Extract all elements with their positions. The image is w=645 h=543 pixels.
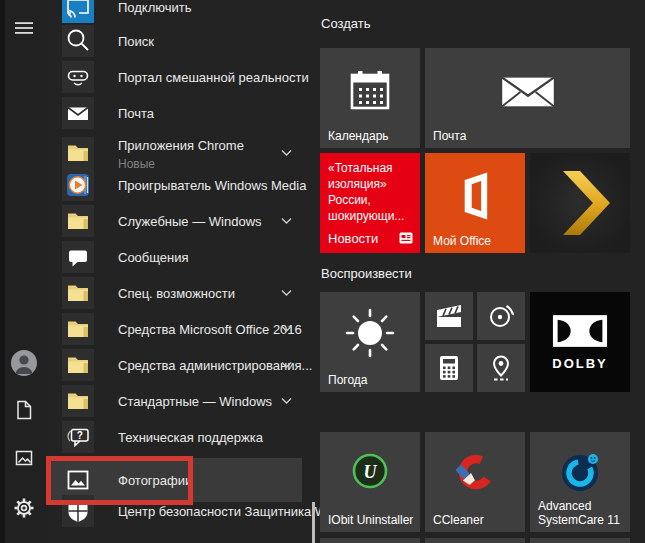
- windows-media-player-icon: [62, 169, 94, 201]
- tile-movies-tv[interactable]: [425, 292, 473, 340]
- app-item-tech-support[interactable]: ? Техническая поддержка: [48, 419, 302, 455]
- tiles-scrollbar[interactable]: [312, 502, 315, 543]
- menu-button[interactable]: [8, 14, 40, 46]
- tile-ccleaner[interactable]: CCleaner: [425, 432, 525, 532]
- avatar-icon: [10, 349, 38, 381]
- plex-chevron-icon: [530, 153, 630, 253]
- tile-partial[interactable]: [530, 538, 630, 543]
- app-label: Приложения Chrome: [118, 138, 244, 153]
- folder-icon: [62, 349, 94, 381]
- tile-label: Мой Office: [433, 234, 491, 248]
- app-item-connect[interactable]: Подключить: [48, 0, 302, 25]
- folder-icon: [62, 277, 94, 309]
- chevron-down-icon[interactable]: [281, 218, 292, 225]
- app-item-ease-of-access[interactable]: Спец. возможности: [48, 275, 302, 311]
- support-bubble-icon: ?: [62, 421, 94, 453]
- tile-maps[interactable]: [477, 344, 525, 392]
- app-label: Сообщения: [118, 250, 189, 265]
- pictures-button[interactable]: [8, 444, 40, 476]
- app-label: Почта: [118, 106, 154, 121]
- hamburger-icon: [14, 18, 34, 42]
- app-label: Центр безопасности Защитника W...: [118, 504, 337, 519]
- clapperboard-icon: [425, 292, 473, 340]
- tile-mail[interactable]: Почта: [425, 48, 630, 148]
- tile-label: Погода: [328, 373, 368, 387]
- app-item-wmp[interactable]: Проигрыватель Windows Media: [48, 167, 302, 203]
- settings-button[interactable]: [8, 494, 40, 526]
- tile-label: Новости: [328, 231, 378, 246]
- dolby-wordmark: DOLBY: [552, 356, 608, 371]
- folder-icon: [62, 205, 94, 237]
- tile-weather[interactable]: Погода: [320, 292, 420, 392]
- app-item-mixed-reality[interactable]: Портал смешанной реальности: [48, 59, 302, 95]
- tile-music-disc[interactable]: [477, 292, 525, 340]
- app-label: Стандартные — Windows: [118, 394, 272, 409]
- app-label: Техническая поддержка: [118, 430, 263, 445]
- tile-dolby[interactable]: DOLBY: [530, 292, 630, 392]
- folder-icon: [62, 137, 94, 169]
- chevron-down-icon[interactable]: [281, 398, 292, 405]
- tile-advanced-systemcare[interactable]: Advanced SystemCare 11: [530, 432, 630, 532]
- tile-partial[interactable]: [320, 538, 420, 543]
- app-label: Спец. возможности: [118, 286, 235, 301]
- gear-icon: [13, 497, 35, 523]
- section-header-play: Воспроизвести: [321, 266, 412, 281]
- svg-text:?: ?: [77, 430, 83, 441]
- annotation-red-box: [46, 456, 193, 505]
- mail-icon: [62, 97, 94, 129]
- app-label: Портал смешанной реальности: [118, 70, 309, 85]
- search-icon: [62, 25, 94, 57]
- app-item-search[interactable]: Поиск: [48, 23, 302, 59]
- tile-iobit-uninstaller[interactable]: U IObit Uninstaller: [320, 432, 420, 532]
- folder-icon: [62, 313, 94, 345]
- chevron-down-icon[interactable]: [281, 290, 292, 297]
- chevron-down-icon[interactable]: [281, 150, 292, 157]
- app-label: Подключить: [118, 0, 192, 15]
- document-icon: [13, 399, 35, 425]
- chevron-down-icon[interactable]: [281, 326, 292, 333]
- tile-label: Почта: [433, 129, 466, 143]
- tile-plex[interactable]: [530, 153, 630, 253]
- tile-calendar[interactable]: Календарь: [320, 48, 420, 148]
- message-bubble-icon: [62, 241, 94, 273]
- svg-text:U: U: [364, 462, 378, 482]
- app-item-windows-system[interactable]: Служебные — Windows: [48, 203, 302, 239]
- app-item-mail[interactable]: Почта: [48, 95, 302, 131]
- pictures-icon: [13, 447, 35, 473]
- cast-icon: [62, 0, 94, 23]
- tile-calculator[interactable]: [425, 344, 473, 392]
- mixed-reality-goggles-icon: [62, 61, 94, 93]
- tile-label: IObit Uninstaller: [328, 513, 414, 527]
- tile-partial[interactable]: [425, 538, 525, 543]
- app-label: Проигрыватель Windows Media: [118, 178, 306, 193]
- tile-label: Advanced SystemCare 11: [538, 499, 624, 527]
- tile-my-office[interactable]: Мой Office: [425, 153, 525, 253]
- rail-edge: [0, 0, 5, 543]
- app-label: Средства Microsoft Office 2016: [118, 322, 302, 337]
- calculator-icon: [425, 344, 473, 392]
- app-label: Поиск: [118, 34, 154, 49]
- nav-rail: [0, 0, 48, 543]
- news-headline: «Тотальная изоляция» России, шокирующи..…: [328, 160, 413, 224]
- dolby-logo-icon: [552, 314, 608, 352]
- tile-label: Календарь: [328, 129, 389, 143]
- app-item-windows-accessories[interactable]: Стандартные — Windows: [48, 383, 302, 419]
- tile-label: CCleaner: [433, 513, 484, 527]
- app-item-office-tools[interactable]: Средства Microsoft Office 2016: [48, 311, 302, 347]
- chevron-down-icon[interactable]: [281, 362, 292, 369]
- app-label: Служебные — Windows: [118, 214, 262, 229]
- start-menu: Подключить Поиск Портал смешанной реальн…: [0, 0, 645, 543]
- disc-icon: [477, 292, 525, 340]
- app-list: Подключить Поиск Портал смешанной реальн…: [48, 0, 310, 543]
- tile-news[interactable]: «Тотальная изоляция» России, шокирующи..…: [320, 153, 420, 253]
- section-header-create: Создать: [321, 16, 370, 31]
- app-item-admin-tools[interactable]: Средства администрирования...: [48, 347, 302, 383]
- map-pin-icon: [477, 344, 525, 392]
- documents-button[interactable]: [8, 396, 40, 428]
- news-icon: [399, 232, 413, 244]
- folder-icon: [62, 385, 94, 417]
- app-item-messages[interactable]: Сообщения: [48, 239, 302, 275]
- user-button[interactable]: [8, 349, 40, 381]
